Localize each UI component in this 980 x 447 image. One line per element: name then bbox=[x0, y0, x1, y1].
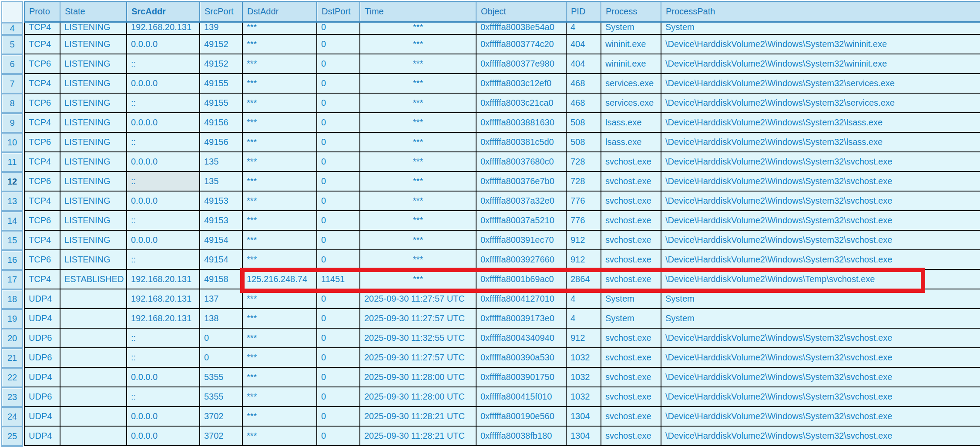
cell-dstaddr[interactable]: *** bbox=[243, 35, 317, 54]
cell-srcaddr[interactable]: 0.0.0.0 bbox=[127, 152, 200, 171]
cell-dstaddr[interactable]: *** bbox=[243, 348, 317, 367]
cell-time[interactable]: *** bbox=[360, 152, 477, 171]
cell-dstaddr[interactable]: *** bbox=[243, 152, 317, 171]
cell-object[interactable]: 0xfffffa800415f010 bbox=[477, 387, 567, 406]
cell-srcport[interactable]: 137 bbox=[200, 289, 243, 308]
cell-time[interactable]: 2025-09-30 11:27:57 UTC bbox=[360, 289, 477, 308]
cell-process[interactable]: svchost.exe bbox=[601, 387, 661, 406]
cell-state[interactable]: LISTENING bbox=[60, 192, 127, 210]
cell-pid[interactable]: 404 bbox=[567, 35, 601, 54]
cell-process[interactable]: System bbox=[601, 309, 661, 328]
cell-processpath[interactable]: System bbox=[661, 23, 980, 34]
cell-pid[interactable]: 912 bbox=[567, 250, 601, 269]
cell-dstport[interactable]: 0 bbox=[317, 192, 360, 210]
cell-object[interactable]: 0xfffffa80038e54a0 bbox=[477, 23, 567, 34]
cell-state[interactable] bbox=[60, 329, 127, 347]
cell-dstport[interactable]: 0 bbox=[317, 289, 360, 308]
cell-pid[interactable]: 728 bbox=[567, 172, 601, 191]
cell-dstport[interactable]: 0 bbox=[317, 348, 360, 367]
cell-state[interactable] bbox=[60, 427, 127, 445]
cell-state[interactable]: LISTENING bbox=[60, 231, 127, 249]
cell-srcport[interactable]: 3702 bbox=[200, 427, 243, 445]
cell-proto[interactable]: TCP6 bbox=[24, 172, 60, 191]
cell-srcport[interactable]: 49158 bbox=[200, 270, 243, 289]
cell-dstaddr[interactable]: *** bbox=[243, 54, 317, 73]
cell-process[interactable]: svchost.exe bbox=[601, 407, 661, 426]
cell-dstaddr[interactable]: *** bbox=[243, 211, 317, 230]
cell-process[interactable]: svchost.exe bbox=[601, 427, 661, 445]
cell-proto[interactable]: TCP6 bbox=[24, 94, 60, 112]
cell-object[interactable]: 0xfffffa8003881630 bbox=[477, 113, 567, 132]
cell-processpath[interactable]: \Device\HarddiskVolume2\Windows\System32… bbox=[661, 113, 980, 132]
cell-dstaddr[interactable]: *** bbox=[243, 289, 317, 308]
cell-srcport[interactable]: 139 bbox=[200, 23, 243, 34]
cell-dstaddr[interactable]: *** bbox=[243, 309, 317, 328]
cell-dstaddr[interactable]: *** bbox=[243, 231, 317, 249]
cell-dstport[interactable]: 0 bbox=[317, 23, 360, 34]
cell-processpath[interactable]: \Device\HarddiskVolume2\Windows\System32… bbox=[661, 231, 980, 249]
cell-proto[interactable]: TCP6 bbox=[24, 211, 60, 230]
row-number[interactable]: 5 bbox=[1, 35, 23, 54]
cell-process[interactable]: wininit.exe bbox=[601, 35, 661, 54]
cell-object[interactable]: 0xfffffa800190e560 bbox=[477, 407, 567, 426]
cell-time[interactable]: *** bbox=[360, 250, 477, 269]
cell-process[interactable]: svchost.exe bbox=[601, 348, 661, 367]
cell-time[interactable]: 2025-09-30 11:28:00 UTC bbox=[360, 368, 477, 387]
column-header-time[interactable]: Time bbox=[360, 2, 477, 21]
cell-time[interactable]: 2025-09-30 11:28:21 UTC bbox=[360, 407, 477, 426]
cell-srcport[interactable]: 49152 bbox=[200, 35, 243, 54]
cell-state[interactable] bbox=[60, 289, 127, 308]
cell-proto[interactable]: TCP4 bbox=[24, 231, 60, 249]
cell-srcport[interactable]: 49153 bbox=[200, 211, 243, 230]
row-number[interactable]: 8 bbox=[1, 94, 23, 113]
cell-process[interactable]: svchost.exe bbox=[601, 192, 661, 210]
cell-state[interactable]: LISTENING bbox=[60, 74, 127, 93]
cell-process[interactable]: svchost.exe bbox=[601, 211, 661, 230]
cell-object[interactable]: 0xfffffa8003c12ef0 bbox=[477, 74, 567, 93]
cell-object[interactable]: 0xfffffa80037a32e0 bbox=[477, 192, 567, 210]
cell-dstport[interactable]: 0 bbox=[317, 74, 360, 93]
cell-dstport[interactable]: 0 bbox=[317, 211, 360, 230]
cell-processpath[interactable]: \Device\HarddiskVolume2\Windows\System32… bbox=[661, 427, 980, 445]
cell-object[interactable]: 0xfffffa800376e7b0 bbox=[477, 172, 567, 191]
row-number[interactable]: 20 bbox=[1, 329, 23, 348]
cell-dstport[interactable]: 0 bbox=[317, 407, 360, 426]
cell-state[interactable]: LISTENING bbox=[60, 35, 127, 54]
cell-state[interactable]: LISTENING bbox=[60, 211, 127, 230]
cell-time[interactable]: 2025-09-30 11:32:55 UTC bbox=[360, 329, 477, 347]
cell-time[interactable]: *** bbox=[360, 113, 477, 132]
cell-dstaddr[interactable]: *** bbox=[243, 427, 317, 445]
cell-pid[interactable]: 4 bbox=[567, 289, 601, 308]
cell-srcport[interactable]: 138 bbox=[200, 309, 243, 328]
cell-time[interactable]: 2025-09-30 11:27:57 UTC bbox=[360, 348, 477, 367]
cell-srcport[interactable]: 49153 bbox=[200, 192, 243, 210]
cell-state[interactable]: LISTENING bbox=[60, 152, 127, 171]
cell-srcaddr[interactable]: :: bbox=[127, 250, 200, 269]
cell-pid[interactable]: 912 bbox=[567, 329, 601, 347]
cell-srcport[interactable]: 49152 bbox=[200, 54, 243, 73]
row-number[interactable]: 25 bbox=[1, 427, 23, 446]
cell-object[interactable]: 0xfffffa8003901750 bbox=[477, 368, 567, 387]
cell-dstaddr[interactable]: *** bbox=[243, 23, 317, 34]
cell-dstaddr[interactable]: *** bbox=[243, 94, 317, 112]
cell-srcport[interactable]: 135 bbox=[200, 172, 243, 191]
cell-process[interactable]: services.exe bbox=[601, 74, 661, 93]
cell-srcaddr[interactable]: 192.168.20.131 bbox=[127, 23, 200, 34]
cell-time[interactable]: *** bbox=[360, 35, 477, 54]
cell-pid[interactable]: 508 bbox=[567, 133, 601, 151]
cell-pid[interactable]: 404 bbox=[567, 54, 601, 73]
cell-proto[interactable]: UDP6 bbox=[24, 387, 60, 406]
cell-dstport[interactable]: 0 bbox=[317, 427, 360, 445]
cell-processpath[interactable]: \Device\HarddiskVolume2\Windows\System32… bbox=[661, 133, 980, 151]
cell-srcport[interactable]: 3702 bbox=[200, 407, 243, 426]
cell-srcaddr[interactable]: :: bbox=[127, 54, 200, 73]
cell-time[interactable]: *** bbox=[360, 94, 477, 112]
column-header-srcport[interactable]: SrcPort bbox=[200, 2, 243, 21]
cell-time[interactable]: *** bbox=[360, 172, 477, 191]
cell-dstport[interactable]: 0 bbox=[317, 152, 360, 171]
column-header-processpath[interactable]: ProcessPath bbox=[661, 2, 980, 21]
column-header-pid[interactable]: PID bbox=[567, 2, 601, 21]
column-header-state[interactable]: State bbox=[60, 2, 127, 21]
cell-processpath[interactable]: \Device\HarddiskVolume2\Windows\System32… bbox=[661, 368, 980, 387]
select-all-corner[interactable] bbox=[1, 1, 23, 23]
